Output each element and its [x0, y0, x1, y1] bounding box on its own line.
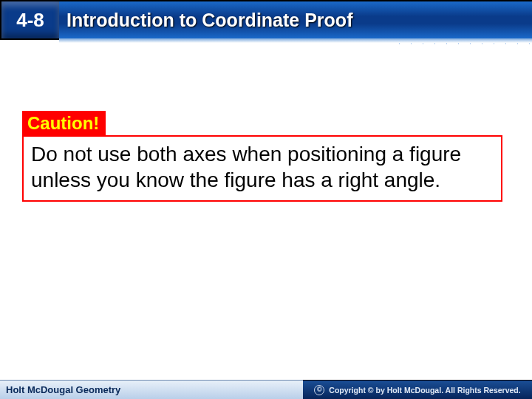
footer-copyright: © Copyright © by Holt McDougal. All Righ… [303, 380, 532, 399]
slide-content: Caution! Do not use both axes when posit… [22, 111, 502, 202]
lesson-number-badge: 4-8 [0, 0, 59, 40]
caution-box: Do not use both axes when positioning a … [22, 135, 502, 202]
caution-body-text: Do not use both axes when positioning a … [31, 141, 494, 193]
slide-header: 4-8 Introduction to Coordinate Proof [0, 0, 532, 40]
lesson-title: Introduction to Coordinate Proof [66, 10, 352, 31]
footer-book-title: Holt McDougal Geometry [0, 380, 303, 399]
footer-copyright-text: Copyright © by Holt McDougal. All Rights… [329, 386, 520, 395]
slide-footer: Holt McDougal Geometry © Copyright © by … [0, 380, 532, 399]
lesson-title-bar: Introduction to Coordinate Proof [59, 0, 532, 40]
copyright-icon: © [314, 385, 324, 395]
caution-tag: Caution! [22, 111, 106, 136]
